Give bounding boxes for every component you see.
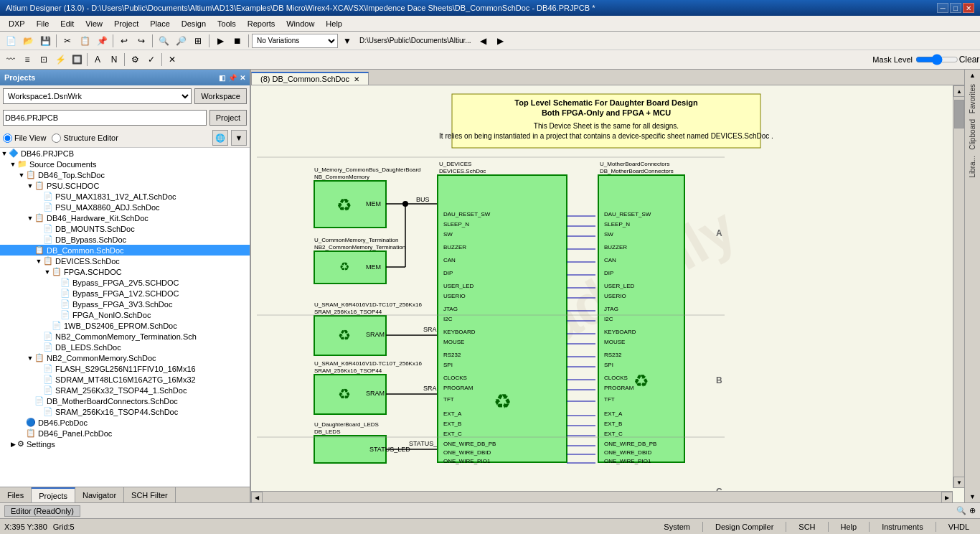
- tb2-power-btn[interactable]: ⚡: [52, 52, 68, 67]
- doc-tab-close[interactable]: ✕: [354, 75, 359, 83]
- libra-label[interactable]: Libra...: [967, 153, 978, 181]
- tb-new-btn[interactable]: 📄: [3, 33, 19, 49]
- tb-cut-btn[interactable]: ✂: [60, 33, 75, 49]
- tree-item-23[interactable]: 📄SRAM_256Kx32_TSOP44_1.SchDoc: [0, 385, 250, 395]
- tree-item-10[interactable]: 📋DB_Common.SchDoc: [0, 245, 250, 256]
- tb-stop-btn[interactable]: ⏹: [230, 33, 245, 49]
- file-view-radio[interactable]: File View: [3, 134, 46, 143]
- mask-level-slider[interactable]: [915, 54, 958, 65]
- status-vhdl[interactable]: VHDL: [942, 521, 976, 533]
- tb2-port-btn[interactable]: ⊡: [36, 52, 52, 67]
- tree-expand-7[interactable]: ▼: [26, 215, 34, 222]
- tb-run-btn[interactable]: ▶: [212, 33, 228, 49]
- tree-expand-28[interactable]: ▶: [9, 441, 17, 448]
- panel-close-btn[interactable]: ✕: [240, 74, 245, 82]
- tree-item-8[interactable]: 📄DB_MOUNTS.SchDoc: [0, 223, 250, 234]
- tree-expand-1[interactable]: ▼: [0, 150, 9, 157]
- tree-item-13[interactable]: 📄Bypass_FPGA_2V5.SCHDOC: [0, 277, 250, 288]
- tb2-wire-btn[interactable]: 〰: [3, 52, 19, 67]
- project-input[interactable]: [3, 110, 207, 126]
- panel-pin-btn[interactable]: 📌: [228, 74, 237, 82]
- tree-item-20[interactable]: ▼📋NB2_CommonMemory.SchDoc: [0, 352, 250, 363]
- tb2-cross-btn[interactable]: ✕: [164, 52, 180, 67]
- scroll-up-btn[interactable]: ▲: [953, 85, 964, 97]
- tb-paste-btn[interactable]: 📌: [94, 33, 110, 49]
- tree-item-22[interactable]: 📄SDRAM_MT48LC16M16A2TG_16Mx32: [0, 374, 250, 385]
- maximize-button[interactable]: □: [950, 3, 961, 13]
- tab-files[interactable]: Files: [0, 487, 32, 502]
- menu-project[interactable]: Project: [108, 16, 144, 31]
- favorites-label[interactable]: Favorites: [967, 81, 978, 116]
- tree-item-27[interactable]: 📋DB46_Panel.PcbDoc: [0, 428, 250, 439]
- tree-item-4[interactable]: ▼📋PSU.SCHDOC: [0, 180, 250, 191]
- tab-projects[interactable]: Projects: [32, 487, 75, 502]
- menu-place[interactable]: Place: [144, 16, 176, 31]
- tb-fit-btn[interactable]: ⊞: [190, 33, 206, 49]
- menu-edit[interactable]: Edit: [55, 16, 80, 31]
- menu-design[interactable]: Design: [176, 16, 212, 31]
- vertical-scrollbar[interactable]: ▲ ▼: [953, 85, 964, 488]
- menu-view[interactable]: View: [80, 16, 108, 31]
- scroll-thumb-v[interactable]: [954, 100, 964, 128]
- tb-nav-back[interactable]: ◀: [476, 33, 491, 49]
- tb-copy-btn[interactable]: 📋: [77, 33, 93, 49]
- tree-expand-11[interactable]: ▼: [34, 258, 43, 265]
- status-sch[interactable]: SCH: [792, 521, 821, 533]
- tree-item-16[interactable]: 📄FPGA_NonIO.SchDoc: [0, 309, 250, 320]
- tb2-bus-btn[interactable]: ≡: [19, 52, 35, 67]
- tree-item-24[interactable]: 📄DB_MotherBoardConnectors.SchDoc: [0, 395, 250, 406]
- tree-expand-12[interactable]: ▼: [43, 268, 52, 276]
- close-button[interactable]: ✕: [963, 3, 974, 13]
- tree-item-14[interactable]: 📄Bypass_FPGA_1V2.SCHDOC: [0, 288, 250, 299]
- tb-undo-btn[interactable]: ↩: [116, 33, 132, 49]
- file-view-radio-input[interactable]: [3, 134, 12, 143]
- menu-help[interactable]: Help: [320, 16, 348, 31]
- sidebar-scroll-up[interactable]: ▲: [965, 70, 981, 81]
- tree-expand-20[interactable]: ▼: [26, 355, 34, 362]
- tree-expand-2[interactable]: ▼: [9, 161, 17, 168]
- tree-item-11[interactable]: ▼📋DEVICES.SchDoc: [0, 256, 250, 266]
- scroll-right-btn[interactable]: ▶: [941, 492, 953, 502]
- tab-sch-filter[interactable]: SCH Filter: [124, 487, 176, 502]
- menu-window[interactable]: Window: [281, 16, 320, 31]
- clear-btn[interactable]: Clear: [961, 52, 977, 67]
- tree-item-2[interactable]: ▼📁Source Documents: [0, 159, 250, 169]
- tb2-comp-btn[interactable]: 🔲: [69, 52, 85, 67]
- structure-editor-radio-input[interactable]: [52, 134, 61, 143]
- tb-dropdown-btn[interactable]: ▼: [339, 33, 355, 49]
- sidebar-scroll-down[interactable]: ▼: [965, 491, 981, 502]
- tree-item-3[interactable]: ▼📋DB46_Top.SchDoc: [0, 169, 250, 180]
- tb-nav-fwd[interactable]: ▶: [493, 33, 509, 49]
- project-button[interactable]: Project: [209, 110, 247, 126]
- tb-save-btn[interactable]: 💾: [37, 33, 53, 49]
- file-tree[interactable]: ▼🔷DB46.PRJPCB▼📁Source Documents▼📋DB46_To…: [0, 148, 250, 487]
- horizontal-scrollbar[interactable]: ◀ ▶: [251, 491, 953, 502]
- menu-file[interactable]: File: [31, 16, 55, 31]
- tree-item-12[interactable]: ▼📋FPGA.SCHDOC: [0, 266, 250, 277]
- tb2-annot-btn[interactable]: A: [90, 52, 105, 67]
- structure-editor-radio[interactable]: Structure Editor: [52, 134, 118, 143]
- status-instruments[interactable]: Instruments: [875, 521, 929, 533]
- tb2-verify-btn[interactable]: ✓: [143, 52, 159, 67]
- minimize-button[interactable]: ─: [937, 3, 948, 13]
- tree-item-21[interactable]: 📄FLASH_S29GL256N11FFIV10_16Mx16: [0, 363, 250, 374]
- view-icon-options[interactable]: ▼: [231, 130, 247, 146]
- menu-reports[interactable]: Reports: [242, 16, 281, 31]
- tb-open-btn[interactable]: 📂: [20, 33, 36, 49]
- clipboard-label[interactable]: Clipboard: [967, 116, 978, 153]
- tree-item-18[interactable]: 📄NB2_CommonMemory_Termination.Sch: [0, 331, 250, 342]
- menu-tools[interactable]: Tools: [212, 16, 242, 31]
- tb2-compile-btn[interactable]: ⚙: [127, 52, 143, 67]
- status-help[interactable]: Help: [834, 521, 864, 533]
- tree-item-19[interactable]: 📄DB_LEDS.SchDoc: [0, 342, 250, 352]
- tree-expand-4[interactable]: ▼: [26, 182, 34, 189]
- tree-item-25[interactable]: 📄SRAM_256Kx16_TSOP44.SchDoc: [0, 406, 250, 417]
- panel-float-btn[interactable]: ◧: [219, 74, 225, 82]
- tb-zoom-in-btn[interactable]: 🔍: [156, 33, 171, 49]
- scroll-left-btn[interactable]: ◀: [251, 492, 263, 502]
- view-icon-globe[interactable]: 🌐: [212, 130, 228, 146]
- tree-item-6[interactable]: 📄PSU_MAX8860_ADJ.SchDoc: [0, 202, 250, 212]
- scroll-down-btn[interactable]: ▼: [953, 477, 964, 488]
- tab-navigator[interactable]: Navigator: [75, 487, 124, 502]
- doc-tab-0[interactable]: (8) DB_Common.SchDoc ✕: [251, 72, 369, 85]
